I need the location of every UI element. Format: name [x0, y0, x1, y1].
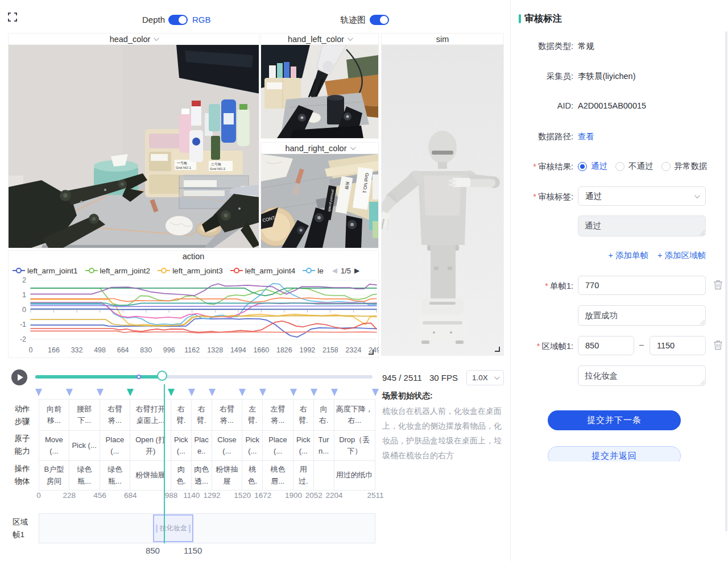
- legend-item-left_arm_joint1[interactable]: left_arm_joint1: [13, 267, 78, 275]
- single-frame-desc[interactable]: 放置成功: [578, 305, 706, 326]
- single-frame-marker-dot[interactable]: [136, 375, 141, 379]
- fullscreen-icon[interactable]: [8, 13, 17, 22]
- scrollbar[interactable]: [725, 31, 727, 531]
- frame-axis-tick: 1520: [234, 491, 251, 500]
- table-cell: 左臂将...: [263, 399, 293, 431]
- legend-pagination: ◀ 1/5 ▶: [332, 267, 360, 275]
- region-handle-right[interactable]: [189, 524, 191, 533]
- review-tag-comment[interactable]: 通过: [578, 215, 706, 236]
- table-cell: 绿色瓶...: [69, 461, 100, 491]
- frame-axis-tick: 2052: [305, 491, 322, 500]
- legend-item-left_arm_joint4[interactable]: left_arm_joint4: [230, 267, 296, 275]
- region-start-input[interactable]: [578, 336, 634, 355]
- region-handle-left[interactable]: [156, 524, 158, 533]
- playhead-line[interactable]: [164, 384, 165, 543]
- table-cell: Move (...: [39, 431, 69, 461]
- step-marker[interactable]: [188, 389, 195, 396]
- table-cell: 右臂.: [192, 399, 212, 431]
- table-cell: Place (...: [263, 431, 293, 461]
- speed-select[interactable]: 1.0X: [466, 370, 504, 385]
- chart-title: action: [8, 252, 379, 261]
- step-marker[interactable]: [209, 389, 216, 396]
- seek-slider[interactable]: [35, 375, 373, 379]
- review-tag-select[interactable]: 通过: [578, 186, 706, 206]
- legend-marker-icon: [303, 268, 315, 273]
- frame-axis-tick: 988: [165, 491, 178, 500]
- submit-next-button[interactable]: 提交并下一条: [548, 410, 681, 430]
- legend-marker-icon: [158, 268, 170, 273]
- sim-panel-header: sim: [382, 34, 503, 45]
- hand-right-camera-image: Grid NO.1 粉饼 pressed powder CONT: [261, 154, 378, 248]
- step-marker[interactable]: [331, 389, 338, 396]
- region-track: 拉化妆盒: [39, 513, 375, 543]
- review-result-radio-通过[interactable]: 通过: [578, 161, 607, 172]
- resize-handle-icon[interactable]: [495, 347, 500, 352]
- single-frame-input[interactable]: [578, 276, 706, 295]
- frame-axis-tick: 2511: [367, 491, 383, 500]
- region-frame-label: *区域帧1:: [506, 341, 573, 352]
- legend-prev-icon[interactable]: ◀: [332, 267, 337, 275]
- step-marker[interactable]: [372, 389, 379, 396]
- sim-robot-view: [382, 45, 503, 355]
- step-marker[interactable]: [35, 389, 42, 396]
- rgb-label: RGB: [192, 15, 211, 24]
- photo-grid2-en: Grid NO.2: [210, 167, 226, 171]
- legend-marker-icon: [13, 268, 25, 273]
- depth-rgb-toggle[interactable]: [168, 15, 188, 25]
- step-marker[interactable]: [97, 389, 104, 396]
- data-type-label: 数据类型:: [506, 41, 573, 52]
- region-frame-desc[interactable]: 拉化妆盒: [578, 365, 706, 386]
- head-camera-selector[interactable]: head_color: [9, 34, 259, 45]
- data-path-view-link[interactable]: 查看: [578, 131, 594, 142]
- region-end-input[interactable]: [650, 336, 706, 355]
- chart-legend: left_arm_joint1left_arm_joint2left_arm_j…: [13, 265, 379, 276]
- hand-right-camera-selector[interactable]: hand_right_color: [261, 143, 378, 154]
- table-cell: 左臂.: [242, 399, 263, 431]
- play-button[interactable]: [11, 369, 27, 385]
- svg-text:2324: 2324: [346, 346, 362, 354]
- svg-text:2: 2: [22, 276, 26, 284]
- slider-handle[interactable]: [157, 371, 167, 381]
- table-cell: Pick (...: [69, 431, 100, 461]
- review-result-radio-不通过[interactable]: 不通过: [615, 161, 653, 172]
- svg-text:-2: -2: [20, 335, 26, 343]
- delete-single-frame-icon[interactable]: [713, 280, 723, 290]
- step-marker[interactable]: [168, 389, 175, 396]
- svg-text:1: 1: [22, 291, 26, 299]
- step-marker[interactable]: [127, 389, 134, 396]
- add-single-frame-link[interactable]: + 添加单帧: [609, 250, 649, 261]
- svg-text:830: 830: [140, 346, 152, 354]
- table-cell: 右臂打开桌面上...: [130, 399, 171, 431]
- review-panel-title: 审核标注: [524, 13, 562, 25]
- table-cell: [314, 461, 334, 491]
- single-frame-label: *单帧1:: [506, 281, 573, 292]
- step-marker[interactable]: [239, 389, 246, 396]
- legend-item-le[interactable]: le: [303, 267, 324, 275]
- trajectory-toggle[interactable]: [370, 15, 389, 25]
- legend-marker-icon: [85, 268, 98, 273]
- delete-region-frame-icon[interactable]: [713, 340, 723, 350]
- aid-label: AID:: [506, 101, 573, 110]
- step-marker[interactable]: [311, 389, 317, 396]
- table-cell: 粉饼抽屉: [130, 461, 171, 491]
- frame-axis-tick: 1900: [285, 491, 302, 500]
- radio-icon: [661, 162, 671, 171]
- legend-item-left_arm_joint2[interactable]: left_arm_joint2: [85, 267, 151, 275]
- table-cell: 右臂.: [171, 399, 192, 431]
- step-marker[interactable]: [259, 389, 266, 396]
- hand-left-camera-selector[interactable]: hand_left_color: [261, 34, 378, 45]
- add-region-frame-link[interactable]: + 添加区域帧: [657, 250, 706, 261]
- frame-counter: 945 / 2511: [382, 373, 422, 383]
- step-marker[interactable]: [290, 389, 297, 396]
- submit-back-button[interactable]: 提交并返回: [548, 446, 681, 462]
- radio-icon: [615, 162, 624, 171]
- chart-resize-handle-icon[interactable]: [369, 350, 374, 355]
- review-result-radio-异常数据[interactable]: 异常数据: [661, 161, 708, 172]
- hand-right-camera-panel: hand_right_color Grid NO.1: [260, 142, 379, 248]
- legend-next-icon[interactable]: ▶: [354, 267, 359, 275]
- frame-axis-tick: 456: [93, 491, 106, 500]
- step-marker[interactable]: [66, 389, 73, 396]
- legend-item-left_arm_joint3[interactable]: left_arm_joint3: [158, 267, 223, 275]
- table-row-atomic-ability: Move (...Pick (...Place (...Open (打开)Pic…: [39, 431, 375, 461]
- region-segment[interactable]: 拉化妆盒: [153, 514, 193, 542]
